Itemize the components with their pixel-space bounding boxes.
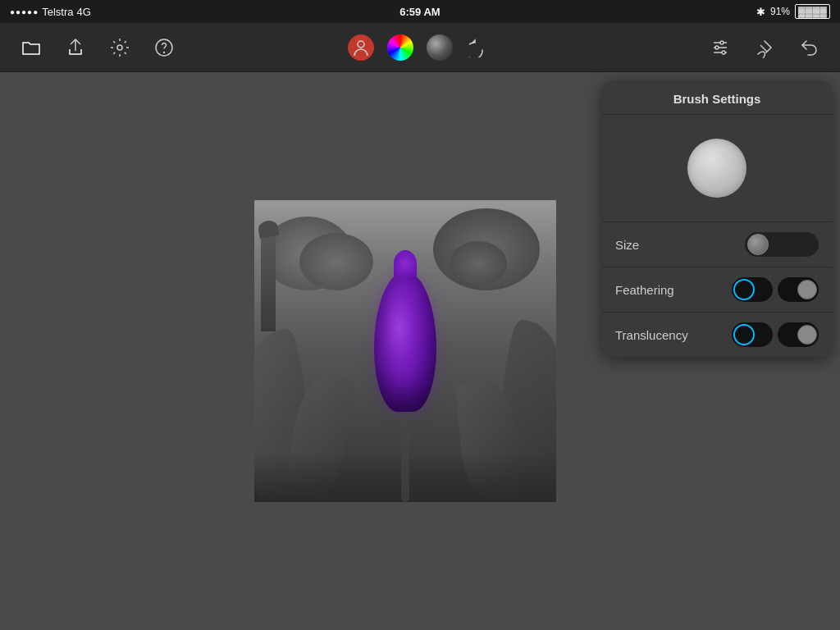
feathering-toggle-right[interactable] bbox=[778, 277, 819, 302]
feathering-toggles bbox=[732, 277, 819, 302]
toolbar-left bbox=[16, 33, 179, 62]
toolbar-right bbox=[705, 33, 824, 62]
feathering-label: Feathering bbox=[615, 283, 674, 297]
sphere-button[interactable] bbox=[425, 33, 454, 62]
folder-button[interactable] bbox=[16, 33, 46, 62]
status-time: 6:59 AM bbox=[399, 6, 440, 18]
translucency-knob-left bbox=[733, 324, 755, 345]
portrait-button[interactable] bbox=[346, 33, 376, 62]
size-slider[interactable] bbox=[745, 232, 819, 257]
panel-title: Brush Settings bbox=[602, 80, 832, 115]
photo-scene bbox=[254, 200, 556, 502]
svg-point-2 bbox=[164, 52, 165, 52]
status-bar: ●●●●● Telstra 4G 6:59 AM ✱ 91% ▓▓▓▓ bbox=[0, 0, 840, 23]
translucency-knob-right bbox=[797, 325, 817, 345]
svg-point-3 bbox=[358, 41, 364, 48]
toolbar-center bbox=[346, 33, 494, 62]
help-button[interactable] bbox=[149, 33, 179, 62]
undo-history-button[interactable] bbox=[464, 33, 494, 62]
status-left: ●●●●● Telstra 4G bbox=[10, 6, 91, 18]
status-right: ✱ 91% ▓▓▓▓ bbox=[756, 4, 830, 19]
brush-settings-panel: Brush Settings Size Feathering bbox=[602, 80, 832, 357]
brush-preview-circle bbox=[687, 139, 746, 198]
svg-point-7 bbox=[720, 41, 724, 44]
bluetooth-icon: ✱ bbox=[756, 6, 765, 18]
battery-icon: ▓▓▓▓ bbox=[795, 4, 830, 19]
size-slider-thumb bbox=[747, 234, 769, 255]
size-row: Size bbox=[602, 222, 832, 267]
translucency-row: Translucency bbox=[602, 313, 832, 357]
carrier-label: Telstra bbox=[42, 6, 73, 18]
battery-label: 91% bbox=[770, 6, 790, 17]
svg-point-0 bbox=[117, 45, 122, 50]
size-label: Size bbox=[615, 238, 639, 252]
brush-button[interactable] bbox=[750, 33, 779, 62]
undo-button[interactable] bbox=[794, 33, 824, 62]
size-controls[interactable] bbox=[745, 232, 819, 257]
settings-button[interactable] bbox=[105, 33, 135, 62]
feathering-toggle-left[interactable] bbox=[732, 277, 773, 302]
adjustments-button[interactable] bbox=[705, 33, 735, 62]
translucency-toggle-right[interactable] bbox=[778, 322, 819, 347]
feathering-knob-left bbox=[733, 279, 755, 300]
signal-dots: ●●●●● bbox=[10, 7, 39, 16]
translucency-toggles bbox=[732, 322, 819, 347]
photo-canvas[interactable] bbox=[254, 200, 556, 502]
main-canvas-area: Brush Settings Size Feathering bbox=[0, 72, 840, 630]
translucency-label: Translucency bbox=[615, 328, 688, 342]
network-type: 4G bbox=[77, 6, 91, 18]
svg-point-9 bbox=[722, 51, 725, 54]
translucency-toggle-left[interactable] bbox=[732, 322, 773, 347]
brush-preview-area bbox=[602, 115, 832, 221]
share-button[interactable] bbox=[61, 33, 90, 62]
toolbar bbox=[0, 23, 840, 72]
color-wheel-button[interactable] bbox=[386, 33, 415, 62]
feathering-knob-right bbox=[797, 280, 817, 299]
svg-point-8 bbox=[715, 46, 719, 49]
feathering-row: Feathering bbox=[602, 267, 832, 313]
